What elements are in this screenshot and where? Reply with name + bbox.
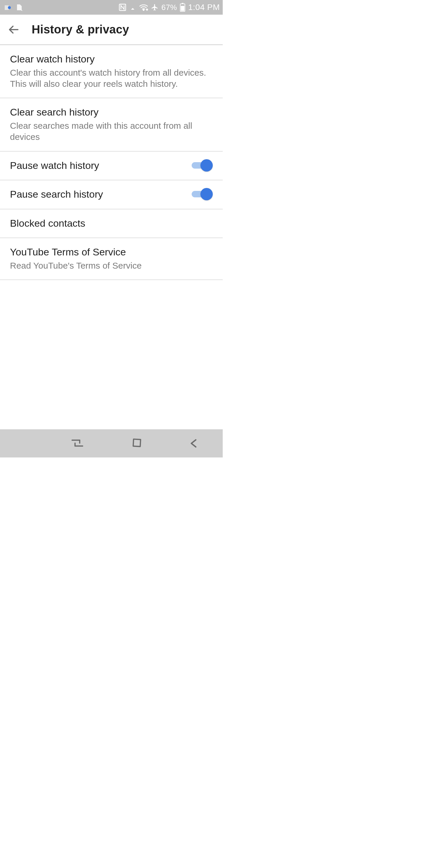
- item-title: Pause watch history: [10, 159, 186, 172]
- switch-thumb: [200, 159, 213, 172]
- recents-button[interactable]: [71, 438, 84, 448]
- svg-point-0: [8, 6, 11, 9]
- status-bar: + 67% 1:04 PM: [0, 0, 223, 15]
- item-title: Blocked contacts: [10, 217, 207, 229]
- svg-rect-7: [181, 6, 184, 11]
- switch-thumb: [200, 188, 213, 200]
- svg-text:+: +: [146, 8, 148, 11]
- item-clear-watch-history[interactable]: Clear watch history Clear this account's…: [0, 45, 223, 98]
- battery-percent: 67%: [161, 3, 177, 12]
- mute-icon: [129, 4, 136, 11]
- arrow-left-icon: [8, 24, 19, 35]
- settings-list: Clear watch history Clear this account's…: [0, 45, 223, 429]
- item-clear-search-history[interactable]: Clear search history Clear searches made…: [0, 98, 223, 151]
- status-right: + 67% 1:04 PM: [119, 3, 220, 12]
- item-title: Clear watch history: [10, 53, 207, 65]
- item-subtitle: Read YouTube's Terms of Service: [10, 260, 207, 271]
- airplane-icon: [151, 3, 159, 11]
- back-button[interactable]: [5, 22, 22, 38]
- status-left: [4, 4, 23, 11]
- page-title: History & privacy: [32, 23, 129, 36]
- item-title: YouTube Terms of Service: [10, 246, 207, 258]
- item-youtube-tos[interactable]: YouTube Terms of Service Read YouTube's …: [0, 238, 223, 280]
- nfc-icon: [119, 3, 126, 11]
- status-clock: 1:04 PM: [188, 3, 220, 12]
- item-pause-watch-history[interactable]: Pause watch history: [0, 152, 223, 181]
- tag-icon: [4, 4, 13, 10]
- item-title: Clear search history: [10, 106, 207, 119]
- svg-point-3: [143, 9, 144, 10]
- item-title: Pause search history: [10, 188, 186, 200]
- battery-icon: [180, 3, 185, 12]
- home-button[interactable]: [131, 438, 141, 449]
- item-pause-search-history[interactable]: Pause search history: [0, 180, 223, 209]
- wifi-icon: +: [139, 4, 148, 11]
- pause-watch-history-toggle[interactable]: [192, 159, 213, 172]
- screen: + 67% 1:04 PM History & privacy Clear wa…: [0, 0, 223, 458]
- item-blocked-contacts[interactable]: Blocked contacts: [0, 209, 223, 239]
- sim-icon: [16, 4, 23, 11]
- back-nav-button[interactable]: [189, 438, 199, 449]
- item-subtitle: Clear this account's watch history from …: [10, 67, 207, 90]
- app-bar: History & privacy: [0, 15, 223, 45]
- system-nav-bar: [0, 429, 223, 458]
- pause-search-history-toggle[interactable]: [192, 188, 213, 200]
- item-subtitle: Clear searches made with this account fr…: [10, 120, 207, 143]
